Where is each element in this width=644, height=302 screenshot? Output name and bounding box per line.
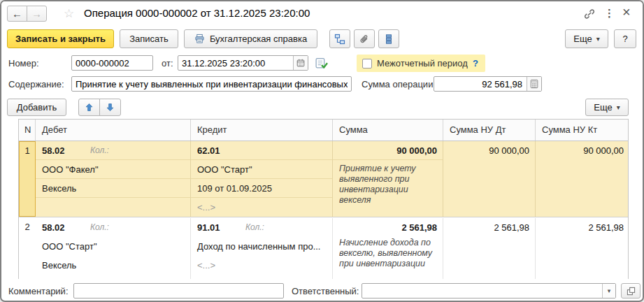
amount-value: 2 561,98 bbox=[333, 218, 443, 237]
move-row-up-button[interactable] bbox=[78, 99, 100, 116]
number-input[interactable] bbox=[71, 55, 153, 71]
row-number-cell[interactable]: 2 bbox=[19, 218, 36, 279]
debit-cell[interactable]: 58.02Кол.: ООО "Старт" Вексель bbox=[36, 218, 191, 279]
window-title: Операция 0000-000002 от 31.12.2025 23:20… bbox=[84, 7, 310, 19]
debit-subconto-1: ООО "Старт" bbox=[36, 237, 190, 256]
amount-nu-kt-cell[interactable]: 90 000,00 bbox=[536, 141, 629, 217]
table-more-label: Еще bbox=[594, 102, 612, 113]
content-label: Содержание: bbox=[8, 79, 64, 89]
date-input[interactable] bbox=[178, 55, 308, 71]
debit-subconto-2: Вексель bbox=[36, 179, 190, 198]
interim-period-help-icon[interactable]: ? bbox=[473, 58, 478, 69]
table-row[interactable]: 2 58.02Кол.: ООО "Старт" Вексель 91.01Ко… bbox=[19, 218, 628, 279]
table-more-button[interactable]: Еще ▾ bbox=[585, 99, 629, 116]
header-amount-nu-dt[interactable]: Сумма НУ Дт bbox=[443, 120, 536, 141]
header-n[interactable]: N bbox=[19, 120, 36, 141]
operation-amount-field bbox=[434, 76, 542, 92]
amount-nu-dt-cell[interactable]: 2 561,98 bbox=[443, 218, 536, 279]
save-button[interactable]: Записать bbox=[120, 29, 178, 48]
posted-status-icon[interactable] bbox=[315, 57, 328, 70]
interim-period-block: Межотчетный период ? bbox=[357, 55, 485, 72]
operation-amount-label: Сумма операции: bbox=[362, 79, 436, 89]
header-amount[interactable]: Сумма bbox=[333, 120, 443, 141]
amount-nu-kt-cell[interactable]: 2 561,98 bbox=[536, 218, 629, 279]
accounting-note-button[interactable]: Бухгалтерская справка bbox=[184, 29, 317, 48]
quantity-label: Кол.: bbox=[90, 141, 109, 160]
forward-button[interactable]: → bbox=[27, 6, 47, 22]
amount-cell[interactable]: 2 561,98 Начисление дохода по векселю, в… bbox=[333, 218, 443, 279]
responsible-open-button[interactable] bbox=[621, 283, 641, 299]
responsible-input[interactable] bbox=[362, 283, 616, 299]
chevron-down-icon: ▾ bbox=[617, 103, 620, 111]
credit-account: 91.01 bbox=[197, 222, 220, 233]
header-amount-nu-kt[interactable]: Сумма НУ Кт bbox=[536, 120, 629, 141]
responsible-dropdown-icon[interactable]: ▾ bbox=[602, 284, 615, 298]
entries-table: N Дебет Кредит Сумма Сумма НУ Дт Сумма Н… bbox=[18, 119, 629, 279]
header-credit[interactable]: Кредит bbox=[191, 120, 333, 141]
content-input[interactable] bbox=[71, 76, 352, 92]
date-label: от: bbox=[162, 58, 173, 69]
amount-nu-dt-cell[interactable]: 90 000,00 bbox=[443, 141, 536, 217]
back-button[interactable]: ← bbox=[7, 6, 27, 22]
debit-subconto-3 bbox=[36, 198, 190, 217]
credit-account: 62.01 bbox=[197, 145, 220, 156]
responsible-field: ▾ bbox=[362, 283, 616, 299]
printer-icon bbox=[194, 34, 205, 44]
favorite-star-icon[interactable]: ☆ bbox=[64, 6, 74, 21]
arrow-down-icon bbox=[106, 103, 115, 112]
table-header-row: N Дебет Кредит Сумма Сумма НУ Дт Сумма Н… bbox=[19, 120, 628, 141]
credit-cell[interactable]: 91.01Кол.: Доход по начисленным про... <… bbox=[191, 218, 333, 279]
interim-period-checkbox[interactable] bbox=[362, 59, 372, 69]
toolbar-more-button[interactable]: Еще ▾ bbox=[565, 29, 608, 48]
amount-nu-dt-value: 90 000,00 bbox=[443, 141, 535, 160]
accounting-note-label: Бухгалтерская справка bbox=[210, 34, 307, 44]
credit-cell[interactable]: 62.01 ООО "Старт" 109 от 01.09.2025 <...… bbox=[191, 141, 333, 217]
credit-subconto-1: Доход по начисленным про... bbox=[191, 237, 332, 256]
row-number-cell[interactable]: 1 bbox=[19, 141, 36, 217]
entry-comment: Принятие к учету выявленного при инвента… bbox=[333, 160, 443, 206]
credit-subconto-2: <...> bbox=[191, 256, 332, 275]
amount-cell[interactable]: 90 000,00 Принятие к учету выявленного п… bbox=[333, 141, 443, 217]
debit-subconto-1: ООО "Факел" bbox=[36, 160, 190, 179]
calendar-icon[interactable] bbox=[293, 56, 308, 70]
toolbar-more-label: Еще bbox=[573, 34, 592, 44]
amount-nu-kt-value: 2 561,98 bbox=[536, 218, 629, 237]
amount-value: 90 000,00 bbox=[333, 141, 443, 160]
link-icon[interactable] bbox=[584, 8, 595, 20]
credit-subconto-3: <...> bbox=[191, 198, 332, 217]
move-row-down-button[interactable] bbox=[99, 99, 121, 116]
quantity-label: Кол.: bbox=[90, 218, 109, 237]
amount-nu-dt-value: 2 561,98 bbox=[443, 218, 535, 237]
date-field bbox=[178, 55, 308, 71]
document-structure-button[interactable] bbox=[329, 29, 350, 48]
table-row[interactable]: 1 58.02Кол.: ООО "Факел" Вексель 62.01 О… bbox=[19, 141, 628, 217]
arrow-up-icon bbox=[85, 103, 94, 112]
debit-account: 58.02 bbox=[42, 145, 65, 156]
credit-subconto-2: 109 от 01.09.2025 bbox=[191, 179, 332, 198]
open-in-window-icon bbox=[627, 287, 636, 296]
entry-comment: Начисление дохода по векселю, выявленном… bbox=[333, 237, 443, 269]
nav-history-group: ← → bbox=[7, 6, 47, 22]
comment-label: Комментарий: bbox=[8, 286, 69, 296]
credit-subconto-1: ООО "Старт" bbox=[191, 160, 332, 179]
paperclip-icon bbox=[359, 34, 370, 45]
debit-cell[interactable]: 58.02Кол.: ООО "Факел" Вексель bbox=[36, 141, 191, 217]
amount-nu-kt-value: 90 000,00 bbox=[536, 141, 629, 160]
help-button[interactable]: ? bbox=[614, 29, 636, 48]
responsible-label: Ответственный: bbox=[292, 286, 359, 296]
comment-input[interactable] bbox=[73, 283, 284, 299]
save-and-close-button[interactable]: Записать и закрыть bbox=[7, 29, 114, 48]
interim-period-label: Межотчетный период bbox=[377, 58, 468, 69]
operation-amount-input[interactable] bbox=[434, 76, 542, 92]
register-icon bbox=[383, 34, 394, 45]
calculator-icon[interactable] bbox=[527, 77, 541, 91]
attachments-button[interactable] bbox=[354, 29, 375, 48]
operation-document-window: ← → ☆ Операция 0000-000002 от 31.12.2025… bbox=[0, 0, 644, 302]
register-records-button[interactable] bbox=[378, 29, 399, 48]
structure-icon bbox=[334, 34, 345, 45]
quantity-label: Кол.: bbox=[245, 218, 264, 237]
header-debit[interactable]: Дебет bbox=[36, 120, 191, 141]
window-menu-icon[interactable]: ⋮ bbox=[604, 7, 615, 20]
add-row-button[interactable]: Добавить bbox=[7, 99, 66, 116]
close-icon[interactable]: × bbox=[622, 4, 631, 20]
